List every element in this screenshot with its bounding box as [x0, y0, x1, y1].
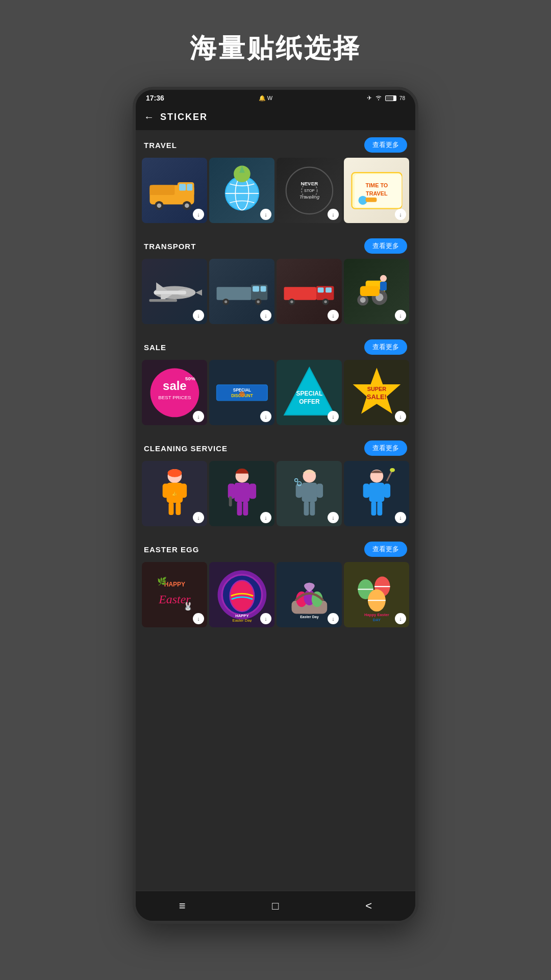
svg-text:DAY: DAY: [372, 617, 380, 622]
section-cleaning: CLEANING SERVICE 查看更多 👍: [142, 433, 409, 526]
download-badge[interactable]: ↓: [328, 613, 339, 624]
svg-rect-31: [149, 299, 177, 301]
svg-point-52: [360, 297, 365, 303]
download-badge[interactable]: ↓: [328, 411, 339, 422]
download-badge[interactable]: ↓: [395, 310, 406, 321]
sticker-item[interactable]: sale BEST PRICES 50% ↓: [142, 360, 207, 425]
svg-text:SPECIAL: SPECIAL: [296, 389, 322, 397]
svg-rect-79: [234, 482, 249, 502]
download-badge[interactable]: ↓: [193, 411, 204, 422]
download-badge[interactable]: ↓: [395, 411, 406, 422]
svg-rect-75: [176, 502, 181, 515]
see-more-cleaning-button[interactable]: 查看更多: [364, 440, 407, 456]
see-more-transport-button[interactable]: 查看更多: [364, 238, 407, 254]
phone-frame: 17:36 🔔 W ✈ 78 ← STICKER TRAVEL: [133, 87, 418, 924]
header-title: STICKER: [160, 112, 208, 122]
sticker-item[interactable]: ↓: [209, 259, 274, 324]
download-badge[interactable]: ↓: [260, 512, 271, 523]
svg-point-6: [157, 203, 161, 208]
sticker-item[interactable]: 👍 ↓: [142, 461, 207, 526]
svg-rect-98: [377, 501, 382, 516]
section-cleaning-title: CLEANING SERVICE: [144, 444, 228, 453]
svg-rect-2: [179, 184, 186, 190]
airplane-icon: ✈: [367, 94, 372, 102]
download-badge[interactable]: ↓: [193, 512, 204, 523]
sticker-item[interactable]: SPECIAL OFFER ↓: [277, 360, 342, 425]
sticker-item[interactable]: SUPER SALE! ↓: [344, 360, 409, 425]
sticker-item[interactable]: TIME TO TRAVEL ↓: [344, 158, 409, 223]
svg-text:SUPER: SUPER: [367, 386, 386, 392]
wifi-icon: [375, 94, 382, 102]
svg-rect-84: [243, 501, 248, 516]
download-badge[interactable]: ↓: [395, 512, 406, 523]
svg-rect-32: [216, 287, 251, 300]
sticker-item[interactable]: ↓: [209, 158, 274, 223]
download-badge[interactable]: ↓: [193, 613, 204, 624]
sticker-item[interactable]: SPECIAL DISCOUNT ↓: [209, 360, 274, 425]
download-badge[interactable]: ↓: [328, 209, 339, 220]
svg-point-100: [390, 468, 395, 472]
section-easter-header: EASTER EGG 查看更多: [142, 534, 409, 562]
svg-text:Happy Easter: Happy Easter: [364, 612, 389, 617]
download-badge[interactable]: ↓: [395, 613, 406, 624]
svg-rect-88: [316, 483, 323, 498]
sticker-item[interactable]: Happy Easter DAY ↓: [344, 562, 409, 627]
see-more-travel-button[interactable]: 查看更多: [364, 137, 407, 153]
svg-rect-24: [365, 198, 377, 202]
download-badge[interactable]: ↓: [260, 411, 271, 422]
see-more-sale-button[interactable]: 查看更多: [364, 339, 407, 355]
svg-point-54: [380, 275, 387, 281]
download-badge[interactable]: ↓: [260, 310, 271, 321]
back-nav-button[interactable]: <: [355, 897, 382, 915]
sticker-item[interactable]: ↓: [344, 461, 409, 526]
sticker-item[interactable]: ↓: [344, 259, 409, 324]
section-travel-header: TRAVEL 查看更多: [142, 130, 409, 158]
svg-text:50%: 50%: [185, 376, 195, 381]
home-button[interactable]: □: [262, 897, 289, 915]
status-icons-left: 🔔 W: [259, 95, 272, 102]
section-travel-title: TRAVEL: [144, 141, 177, 150]
section-easter: EASTER EGG 查看更多 HAPPY Easter 🌿 🐰 ↓: [142, 534, 409, 627]
sticker-item[interactable]: HAPPY Easter Day ↓: [209, 562, 274, 627]
sticker-item[interactable]: ↓: [142, 259, 207, 324]
download-badge[interactable]: ↓: [260, 613, 271, 624]
sticker-content[interactable]: TRAVEL 查看更多: [136, 130, 415, 891]
svg-point-63: [239, 391, 245, 397]
see-more-easter-button[interactable]: 查看更多: [364, 542, 407, 557]
sticker-item[interactable]: ↓: [142, 158, 207, 223]
download-badge[interactable]: ↓: [260, 209, 271, 220]
svg-text:sale: sale: [163, 379, 187, 393]
download-badge[interactable]: ↓: [193, 209, 204, 220]
svg-point-47: [324, 300, 327, 303]
section-transport: TRANSPORT 查看更多 ↓: [142, 231, 409, 324]
svg-rect-72: [162, 483, 169, 498]
section-transport-title: TRANSPORT: [144, 242, 196, 251]
svg-rect-74: [168, 502, 173, 515]
sticker-item[interactable]: ↓: [277, 461, 342, 526]
svg-text:👍: 👍: [172, 491, 177, 496]
sticker-item[interactable]: HAPPY Easter 🌿 🐰 ↓: [142, 562, 207, 627]
download-badge[interactable]: ↓: [328, 310, 339, 321]
sticker-item[interactable]: ↓: [209, 461, 274, 526]
status-bar: 17:36 🔔 W ✈ 78: [136, 90, 415, 106]
menu-button[interactable]: ≡: [169, 897, 196, 915]
status-icons-right: ✈ 78: [367, 94, 405, 102]
download-badge[interactable]: ↓: [328, 512, 339, 523]
svg-rect-34: [253, 286, 259, 291]
svg-text:HAPPY: HAPPY: [164, 581, 185, 588]
svg-rect-94: [369, 482, 384, 502]
download-badge[interactable]: ↓: [193, 310, 204, 321]
sticker-item[interactable]: NEVER STOP Traveling ↓: [277, 158, 342, 223]
sticker-item[interactable]: Easter Day ↓: [277, 562, 342, 627]
page-title: 海量贴纸选择: [190, 31, 361, 66]
svg-text:TRAVEL: TRAVEL: [366, 190, 388, 196]
bottom-nav: ≡ □ <: [136, 891, 415, 921]
svg-rect-3: [187, 184, 192, 190]
back-button[interactable]: ←: [144, 111, 154, 123]
svg-rect-81: [229, 496, 232, 506]
sticker-item[interactable]: ↓: [277, 259, 342, 324]
svg-point-76: [167, 469, 182, 477]
svg-text:HAPPY: HAPPY: [235, 614, 248, 618]
svg-text:BEST PRICES: BEST PRICES: [158, 395, 191, 400]
download-badge[interactable]: ↓: [395, 209, 406, 220]
